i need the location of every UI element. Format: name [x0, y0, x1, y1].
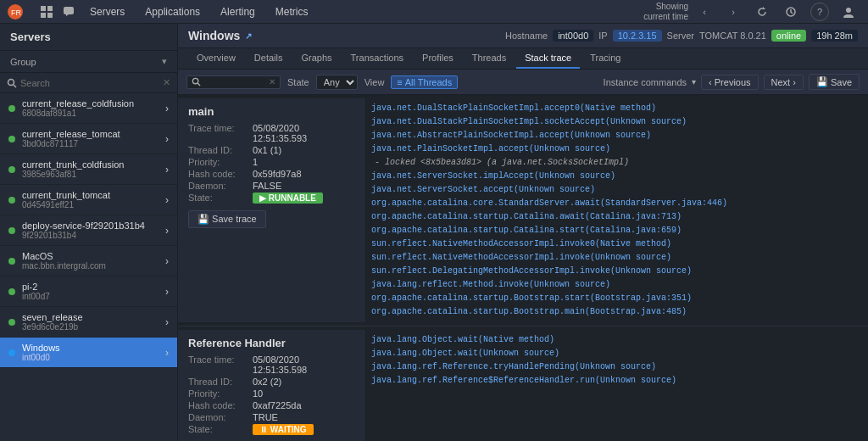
- status-dot: [8, 166, 15, 173]
- svg-rect-4: [41, 13, 46, 18]
- stack-line: java.net.DualStackPlainSocketImpl.accept…: [371, 102, 861, 115]
- svg-point-8: [846, 8, 851, 13]
- stack-line: org.apache.catalina.startup.Bootstrap.st…: [371, 292, 861, 305]
- tab-transactions[interactable]: Transactions: [342, 48, 413, 69]
- svg-point-10: [192, 78, 198, 83]
- item-id: 9f29201b31b4: [22, 231, 165, 240]
- stack-line: java.lang.ref.Reference.tryHandlePending…: [371, 360, 861, 374]
- item-chevron-icon: [165, 194, 169, 206]
- item-chevron-icon: [165, 103, 169, 114]
- external-link-icon[interactable]: [245, 31, 252, 41]
- server-version: TOMCAT 8.0.21: [699, 31, 766, 41]
- nav-metrics[interactable]: Metrics: [267, 0, 317, 24]
- item-id: int00d0: [22, 353, 165, 362]
- content-title: Windows: [188, 29, 252, 42]
- instance-cmds-chevron[interactable]: ▾: [692, 77, 696, 87]
- sidebar-item-pi-2[interactable]: pi-2 int00d7: [0, 276, 177, 307]
- sidebar-item-seven-release[interactable]: seven_release 3e9d6c0e219b: [0, 307, 177, 338]
- item-chevron-icon: [165, 286, 169, 298]
- help-icon[interactable]: ?: [810, 3, 829, 21]
- thread-name: Reference Handler: [188, 337, 353, 349]
- svg-rect-6: [64, 7, 74, 14]
- tab-stack-trace[interactable]: Stack trace: [516, 48, 580, 69]
- thread-search-input[interactable]: [201, 77, 269, 87]
- state-waiting-badge: ⏸ WAITING: [253, 424, 314, 435]
- search-input[interactable]: [20, 78, 163, 88]
- item-id: 3985e963af81: [22, 170, 165, 179]
- group-chevron-down-icon[interactable]: [162, 56, 167, 67]
- tabs-bar: OverviewDetailsGraphsTransactionsProfile…: [178, 48, 868, 70]
- uptime-badge: 19h 28m: [811, 30, 858, 42]
- status-dot: [8, 136, 15, 142]
- status-dot: [8, 349, 15, 356]
- tab-tracing[interactable]: Tracing: [581, 48, 629, 69]
- tab-overview[interactable]: Overview: [188, 48, 244, 69]
- stack-controls-right: Instance commands ▾ ‹ Previous Next › 💾 …: [604, 74, 860, 90]
- nav-servers[interactable]: Servers: [81, 0, 133, 24]
- grid-icon[interactable]: [37, 3, 56, 21]
- nav-back-icon[interactable]: ‹: [695, 3, 714, 21]
- sidebar-item-current-release-tomcat[interactable]: current_release_tomcat 3bd0dc871117: [0, 124, 177, 154]
- item-id: 3bd0dc871117: [22, 139, 165, 148]
- item-id: mac.bbn.intergral.com: [22, 261, 165, 271]
- tab-profiles[interactable]: Profiles: [414, 48, 462, 69]
- app-logo: FR: [7, 3, 24, 20]
- stack-controls: ✕ State Any View ≡ All Threads Instance …: [178, 70, 868, 95]
- clock-icon[interactable]: [782, 3, 800, 21]
- nav-forward-icon[interactable]: ›: [724, 3, 743, 21]
- sidebar-items: current_release_coldfusion 6808daf891a1 …: [0, 93, 177, 441]
- thread-section: main Trace time:05/08/2020 12:51:35.593 …: [178, 95, 868, 327]
- save-top-btn[interactable]: 💾 Save: [809, 74, 860, 90]
- nav-right: Showing current time ‹ › ?: [643, 2, 861, 22]
- thread-stack: java.lang.Object.wait(Native method)java…: [364, 330, 868, 441]
- hostname-badge: int00d0: [553, 30, 593, 42]
- search-clear-icon[interactable]: ✕: [163, 77, 170, 88]
- thread-search-box: ✕: [186, 75, 281, 89]
- main-layout: Servers Group ✕ current_release_coldfusi…: [0, 24, 868, 441]
- tab-details[interactable]: Details: [246, 48, 292, 69]
- thread-search-clear-icon[interactable]: ✕: [269, 77, 275, 87]
- item-name: deploy-service-9f29201b31b4: [22, 220, 165, 231]
- sidebar-item-current-release-coldfusion[interactable]: current_release_coldfusion 6808daf891a1: [0, 93, 177, 124]
- svg-rect-5: [47, 13, 53, 18]
- next-btn[interactable]: Next ›: [764, 75, 804, 90]
- refresh-icon[interactable]: [753, 3, 771, 21]
- sidebar-title: Servers: [0, 24, 177, 51]
- stack-controls-left: ✕ State Any View ≡ All Threads: [186, 75, 458, 90]
- tab-threads[interactable]: Threads: [464, 48, 515, 69]
- chat-icon[interactable]: [59, 3, 78, 21]
- item-name: pi-2: [22, 282, 165, 292]
- search-icon: [7, 78, 17, 88]
- stack-line: sun.reflect.NativeMethodAccessorImpl.inv…: [371, 237, 861, 251]
- item-chevron-icon: [165, 347, 169, 359]
- stack-line: java.lang.Object.wait(Unknown source): [371, 347, 861, 360]
- thread-name: main: [188, 105, 353, 118]
- user-icon[interactable]: [839, 3, 858, 21]
- server-info: Hostname int00d0 IP 10.2.3.15 Server TOM…: [505, 30, 858, 42]
- nav-links: Servers Applications Alerting Metrics: [81, 0, 643, 24]
- nav-applications[interactable]: Applications: [136, 0, 209, 24]
- sidebar-item-MacOS[interactable]: MacOS mac.bbn.intergral.com: [0, 246, 177, 276]
- stack-line: - locked <8x5bea3d81> (a java.net.SocksS…: [371, 156, 861, 170]
- showing-box: Showing current time: [643, 2, 688, 22]
- thread-section: Reference Handler Trace time:05/08/2020 …: [178, 327, 868, 441]
- item-name: current_trunk_coldfusion: [22, 159, 165, 170]
- thread-left: main Trace time:05/08/2020 12:51:35.593 …: [178, 98, 364, 322]
- prev-btn[interactable]: ‹ Previous: [701, 75, 759, 90]
- all-threads-btn[interactable]: ≡ All Threads: [391, 75, 458, 89]
- sidebar-item-Windows[interactable]: Windows int00d0: [0, 338, 177, 368]
- stack-body: main Trace time:05/08/2020 12:51:35.593 …: [178, 95, 868, 441]
- stack-line: sun.reflect.NativeMethodAccessorImpl.inv…: [371, 251, 861, 265]
- sidebar-item-deploy-service-9f29201b31b4[interactable]: deploy-service-9f29201b31b4 9f29201b31b4: [0, 215, 177, 246]
- online-status-badge: online: [771, 30, 806, 42]
- sidebar-item-current-trunk-tomcat[interactable]: current_trunk_tomcat 0d45491eff21: [0, 185, 177, 215]
- sidebar-item-current-trunk-coldfusion[interactable]: current_trunk_coldfusion 3985e963af81: [0, 154, 177, 185]
- nav-alerting[interactable]: Alerting: [212, 0, 264, 24]
- item-name: current_release_coldfusion: [22, 98, 165, 109]
- tab-graphs[interactable]: Graphs: [292, 48, 340, 69]
- stack-line: org.apache.catalina.startup.Catalina.sta…: [371, 224, 861, 237]
- status-dot: [8, 288, 15, 295]
- content-header: Windows Hostname int00d0 IP 10.2.3.15 Se…: [178, 24, 868, 48]
- state-filter-select[interactable]: Any: [316, 75, 358, 90]
- save-trace-btn[interactable]: 💾 Save trace: [188, 210, 266, 228]
